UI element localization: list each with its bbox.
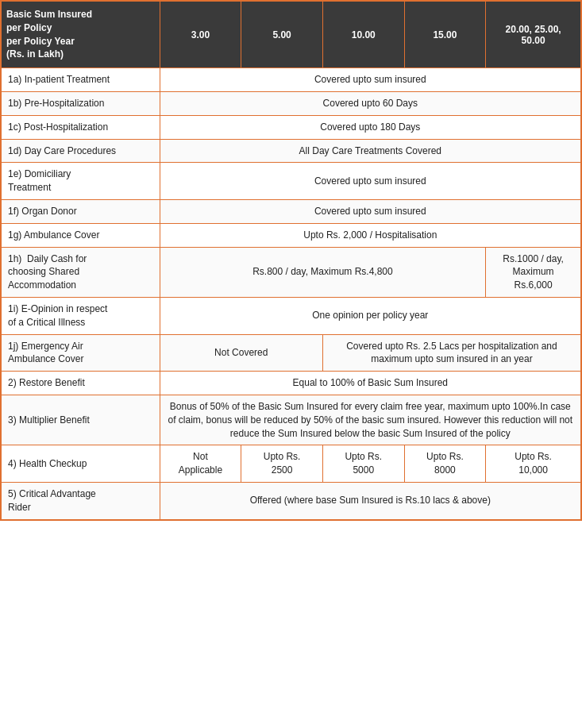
row-1a: 1a) In-patient Treatment Covered upto su… xyxy=(2,68,581,92)
row-1a-content: Covered upto sum insured xyxy=(160,68,580,92)
row-1e-content: Covered upto sum insured xyxy=(160,163,580,200)
row-1d: 1d) Day Care Procedures All Day Care Tre… xyxy=(2,139,581,163)
row-1i: 1i) E-Opinion in respectof a Critical Il… xyxy=(2,297,581,334)
header-col-5: 5.00 xyxy=(241,2,323,68)
row-1g-label: 1g) Ambulance Cover xyxy=(2,223,160,247)
row-5-label: 5) Critical AdvantageRider xyxy=(2,482,160,519)
row-2: 2) Restore Benefit Equal to 100% of Basi… xyxy=(2,372,581,395)
row-4-col5: Upto Rs.10,000 xyxy=(486,445,581,483)
row-1j-right: Covered upto Rs. 2.5 Lacs per hospitaliz… xyxy=(322,334,580,372)
header-col-20: 20.00, 25.00,50.00 xyxy=(486,2,581,68)
row-4-col3: Upto Rs.5000 xyxy=(322,445,404,483)
row-1f-label: 1f) Organ Donor xyxy=(2,199,160,223)
row-1d-label: 1d) Day Care Procedures xyxy=(2,139,160,163)
row-1c: 1c) Post-Hospitalization Covered upto 18… xyxy=(2,115,581,139)
row-1j-label: 1j) Emergency AirAmbulance Cover xyxy=(2,334,160,372)
row-5-content: Offered (where base Sum Insured is Rs.10… xyxy=(160,482,580,519)
row-1j: 1j) Emergency AirAmbulance Cover Not Cov… xyxy=(2,334,581,372)
row-1e-label: 1e) DomiciliaryTreatment xyxy=(2,163,160,200)
row-3-label: 3) Multiplier Benefit xyxy=(2,395,160,445)
row-1c-label: 1c) Post-Hospitalization xyxy=(2,115,160,139)
row-1h-left: Rs.800 / day, Maximum Rs.4,800 xyxy=(160,247,486,297)
row-4-label: 4) Health Checkup xyxy=(2,445,160,483)
insurance-table: Basic Sum Insuredper Policyper Policy Ye… xyxy=(0,0,582,521)
row-1j-left: Not Covered xyxy=(160,334,322,372)
row-1h: 1h) Daily Cash forchoosing SharedAccommo… xyxy=(2,247,581,297)
row-1b-label: 1b) Pre-Hospitalization xyxy=(2,91,160,115)
header-col-3: 3.00 xyxy=(160,2,241,68)
row-1i-content: One opinion per policy year xyxy=(160,297,580,334)
row-1g-content: Upto Rs. 2,000 / Hospitalisation xyxy=(160,223,580,247)
row-1b-content: Covered upto 60 Days xyxy=(160,91,580,115)
row-1f-content: Covered upto sum insured xyxy=(160,199,580,223)
row-1g: 1g) Ambulance Cover Upto Rs. 2,000 / Hos… xyxy=(2,223,581,247)
row-1h-right: Rs.1000 / day,MaximumRs.6,000 xyxy=(486,247,581,297)
row-1i-label: 1i) E-Opinion in respectof a Critical Il… xyxy=(2,297,160,334)
row-1f: 1f) Organ Donor Covered upto sum insured xyxy=(2,199,581,223)
row-5: 5) Critical AdvantageRider Offered (wher… xyxy=(2,482,581,519)
row-4-col1: NotApplicable xyxy=(160,445,241,483)
header-col-15: 15.00 xyxy=(404,2,486,68)
row-4: 4) Health Checkup NotApplicable Upto Rs.… xyxy=(2,445,581,483)
table-header-row: Basic Sum Insuredper Policyper Policy Ye… xyxy=(2,2,581,68)
row-3: 3) Multiplier Benefit Bonus of 50% of th… xyxy=(2,395,581,445)
row-1b: 1b) Pre-Hospitalization Covered upto 60 … xyxy=(2,91,581,115)
row-4-col2: Upto Rs.2500 xyxy=(241,445,323,483)
row-1a-label: 1a) In-patient Treatment xyxy=(2,68,160,92)
row-1c-content: Covered upto 180 Days xyxy=(160,115,580,139)
row-3-content: Bonus of 50% of the Basic Sum Insured fo… xyxy=(160,395,580,445)
row-2-label: 2) Restore Benefit xyxy=(2,372,160,395)
row-4-col4: Upto Rs.8000 xyxy=(404,445,486,483)
header-col-10: 10.00 xyxy=(322,2,404,68)
row-2-content: Equal to 100% of Basic Sum Insured xyxy=(160,372,580,395)
row-1e: 1e) DomiciliaryTreatment Covered upto su… xyxy=(2,163,581,200)
row-1d-content: All Day Care Treatments Covered xyxy=(160,139,580,163)
header-feature: Basic Sum Insuredper Policyper Policy Ye… xyxy=(2,2,160,68)
row-1h-label: 1h) Daily Cash forchoosing SharedAccommo… xyxy=(2,247,160,297)
